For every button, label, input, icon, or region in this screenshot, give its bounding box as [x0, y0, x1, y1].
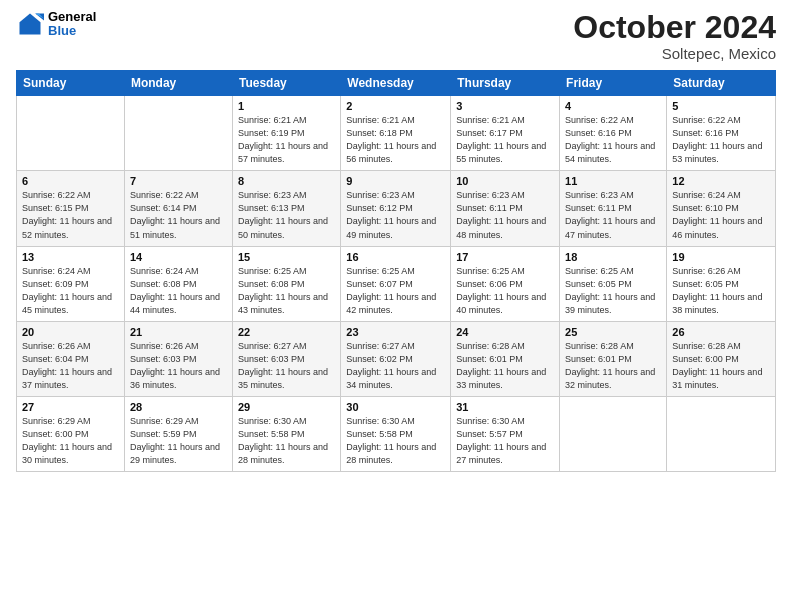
calendar-cell-w5-d1: 28Sunrise: 6:29 AMSunset: 5:59 PMDayligh…	[124, 396, 232, 471]
day-info: Sunrise: 6:21 AMSunset: 6:18 PMDaylight:…	[346, 114, 445, 166]
sunset-text: Sunset: 6:02 PM	[346, 353, 445, 366]
header: General Blue October 2024 Soltepec, Mexi…	[16, 10, 776, 62]
daylight-text: Daylight: 11 hours and 32 minutes.	[565, 366, 661, 392]
daylight-text: Daylight: 11 hours and 50 minutes.	[238, 215, 335, 241]
sunrise-text: Sunrise: 6:21 AM	[238, 114, 335, 127]
sunset-text: Sunset: 6:03 PM	[238, 353, 335, 366]
sunset-text: Sunset: 6:07 PM	[346, 278, 445, 291]
day-info: Sunrise: 6:22 AMSunset: 6:15 PMDaylight:…	[22, 189, 119, 241]
sunset-text: Sunset: 6:05 PM	[672, 278, 770, 291]
day-number: 30	[346, 401, 445, 413]
calendar-cell-w5-d6	[667, 396, 776, 471]
calendar-cell-w3-d3: 16Sunrise: 6:25 AMSunset: 6:07 PMDayligh…	[341, 246, 451, 321]
sunset-text: Sunset: 5:58 PM	[346, 428, 445, 441]
sunset-text: Sunset: 6:00 PM	[672, 353, 770, 366]
week-row-1: 1Sunrise: 6:21 AMSunset: 6:19 PMDaylight…	[17, 96, 776, 171]
sunrise-text: Sunrise: 6:30 AM	[238, 415, 335, 428]
sunrise-text: Sunrise: 6:30 AM	[456, 415, 554, 428]
day-number: 13	[22, 251, 119, 263]
daylight-text: Daylight: 11 hours and 28 minutes.	[346, 441, 445, 467]
sunset-text: Sunset: 6:12 PM	[346, 202, 445, 215]
day-info: Sunrise: 6:22 AMSunset: 6:16 PMDaylight:…	[672, 114, 770, 166]
calendar-cell-w3-d4: 17Sunrise: 6:25 AMSunset: 6:06 PMDayligh…	[451, 246, 560, 321]
calendar-cell-w4-d0: 20Sunrise: 6:26 AMSunset: 6:04 PMDayligh…	[17, 321, 125, 396]
day-number: 24	[456, 326, 554, 338]
sunset-text: Sunset: 6:11 PM	[565, 202, 661, 215]
sunrise-text: Sunrise: 6:25 AM	[456, 265, 554, 278]
day-number: 5	[672, 100, 770, 112]
sunset-text: Sunset: 6:14 PM	[130, 202, 227, 215]
daylight-text: Daylight: 11 hours and 31 minutes.	[672, 366, 770, 392]
sunrise-text: Sunrise: 6:24 AM	[22, 265, 119, 278]
calendar-cell-w2-d2: 8Sunrise: 6:23 AMSunset: 6:13 PMDaylight…	[232, 171, 340, 246]
sunset-text: Sunset: 6:08 PM	[238, 278, 335, 291]
day-number: 22	[238, 326, 335, 338]
page: General Blue October 2024 Soltepec, Mexi…	[0, 0, 792, 612]
daylight-text: Daylight: 11 hours and 29 minutes.	[130, 441, 227, 467]
sunrise-text: Sunrise: 6:28 AM	[672, 340, 770, 353]
day-info: Sunrise: 6:23 AMSunset: 6:13 PMDaylight:…	[238, 189, 335, 241]
col-wednesday: Wednesday	[341, 71, 451, 96]
day-info: Sunrise: 6:30 AMSunset: 5:58 PMDaylight:…	[346, 415, 445, 467]
daylight-text: Daylight: 11 hours and 34 minutes.	[346, 366, 445, 392]
day-number: 8	[238, 175, 335, 187]
day-info: Sunrise: 6:25 AMSunset: 6:08 PMDaylight:…	[238, 265, 335, 317]
daylight-text: Daylight: 11 hours and 39 minutes.	[565, 291, 661, 317]
day-info: Sunrise: 6:30 AMSunset: 5:58 PMDaylight:…	[238, 415, 335, 467]
calendar-cell-w4-d2: 22Sunrise: 6:27 AMSunset: 6:03 PMDayligh…	[232, 321, 340, 396]
day-info: Sunrise: 6:25 AMSunset: 6:07 PMDaylight:…	[346, 265, 445, 317]
sunset-text: Sunset: 6:15 PM	[22, 202, 119, 215]
daylight-text: Daylight: 11 hours and 56 minutes.	[346, 140, 445, 166]
logo-text: General Blue	[48, 10, 96, 39]
sunrise-text: Sunrise: 6:30 AM	[346, 415, 445, 428]
day-number: 23	[346, 326, 445, 338]
sunrise-text: Sunrise: 6:26 AM	[22, 340, 119, 353]
daylight-text: Daylight: 11 hours and 30 minutes.	[22, 441, 119, 467]
daylight-text: Daylight: 11 hours and 51 minutes.	[130, 215, 227, 241]
calendar-cell-w1-d1	[124, 96, 232, 171]
sunrise-text: Sunrise: 6:24 AM	[130, 265, 227, 278]
daylight-text: Daylight: 11 hours and 45 minutes.	[22, 291, 119, 317]
day-info: Sunrise: 6:27 AMSunset: 6:02 PMDaylight:…	[346, 340, 445, 392]
day-info: Sunrise: 6:21 AMSunset: 6:19 PMDaylight:…	[238, 114, 335, 166]
calendar-cell-w2-d6: 12Sunrise: 6:24 AMSunset: 6:10 PMDayligh…	[667, 171, 776, 246]
sunset-text: Sunset: 6:16 PM	[565, 127, 661, 140]
day-info: Sunrise: 6:28 AMSunset: 6:01 PMDaylight:…	[456, 340, 554, 392]
day-number: 26	[672, 326, 770, 338]
calendar-cell-w1-d6: 5Sunrise: 6:22 AMSunset: 6:16 PMDaylight…	[667, 96, 776, 171]
col-saturday: Saturday	[667, 71, 776, 96]
calendar-cell-w2-d4: 10Sunrise: 6:23 AMSunset: 6:11 PMDayligh…	[451, 171, 560, 246]
sunrise-text: Sunrise: 6:25 AM	[565, 265, 661, 278]
day-number: 17	[456, 251, 554, 263]
calendar: Sunday Monday Tuesday Wednesday Thursday…	[16, 70, 776, 472]
daylight-text: Daylight: 11 hours and 43 minutes.	[238, 291, 335, 317]
col-tuesday: Tuesday	[232, 71, 340, 96]
day-info: Sunrise: 6:23 AMSunset: 6:11 PMDaylight:…	[565, 189, 661, 241]
sunset-text: Sunset: 6:06 PM	[456, 278, 554, 291]
sunset-text: Sunset: 6:17 PM	[456, 127, 554, 140]
calendar-cell-w4-d6: 26Sunrise: 6:28 AMSunset: 6:00 PMDayligh…	[667, 321, 776, 396]
week-row-5: 27Sunrise: 6:29 AMSunset: 6:00 PMDayligh…	[17, 396, 776, 471]
calendar-cell-w3-d1: 14Sunrise: 6:24 AMSunset: 6:08 PMDayligh…	[124, 246, 232, 321]
daylight-text: Daylight: 11 hours and 40 minutes.	[456, 291, 554, 317]
calendar-cell-w1-d3: 2Sunrise: 6:21 AMSunset: 6:18 PMDaylight…	[341, 96, 451, 171]
sunrise-text: Sunrise: 6:29 AM	[130, 415, 227, 428]
calendar-cell-w3-d0: 13Sunrise: 6:24 AMSunset: 6:09 PMDayligh…	[17, 246, 125, 321]
sunset-text: Sunset: 6:13 PM	[238, 202, 335, 215]
daylight-text: Daylight: 11 hours and 46 minutes.	[672, 215, 770, 241]
sunrise-text: Sunrise: 6:22 AM	[130, 189, 227, 202]
calendar-cell-w3-d5: 18Sunrise: 6:25 AMSunset: 6:05 PMDayligh…	[560, 246, 667, 321]
day-number: 29	[238, 401, 335, 413]
sunset-text: Sunset: 5:57 PM	[456, 428, 554, 441]
sunrise-text: Sunrise: 6:27 AM	[346, 340, 445, 353]
sunset-text: Sunset: 6:09 PM	[22, 278, 119, 291]
col-sunday: Sunday	[17, 71, 125, 96]
day-number: 20	[22, 326, 119, 338]
sunset-text: Sunset: 6:01 PM	[456, 353, 554, 366]
sunset-text: Sunset: 6:19 PM	[238, 127, 335, 140]
sunset-text: Sunset: 6:00 PM	[22, 428, 119, 441]
day-number: 21	[130, 326, 227, 338]
svg-marker-0	[20, 14, 41, 35]
col-thursday: Thursday	[451, 71, 560, 96]
sunrise-text: Sunrise: 6:27 AM	[238, 340, 335, 353]
